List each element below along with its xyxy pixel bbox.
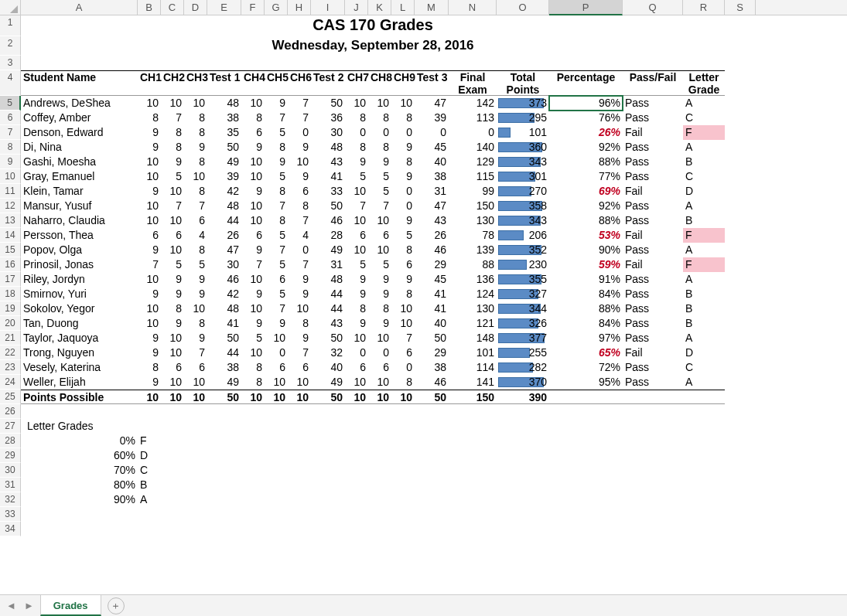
row-header-14[interactable]: 14 [0, 228, 21, 243]
row-header-18[interactable]: 18 [0, 287, 21, 301]
col-header-D[interactable]: D [184, 0, 207, 15]
row-header-9[interactable]: 9 [0, 155, 21, 169]
spreadsheet-grid[interactable]: ABCDEFGHIJKLMNOPQRS 12345678910111213141… [0, 0, 847, 536]
col-header-S[interactable]: S [725, 0, 756, 15]
cell-ch6: 7 [288, 213, 311, 228]
col-header-J[interactable]: J [345, 0, 368, 15]
row-header-19[interactable]: 19 [0, 301, 21, 316]
cell-ch7: 10 [345, 375, 368, 390]
cell-ch9: 8 [391, 243, 415, 257]
col-header-R[interactable]: R [683, 0, 725, 15]
total-points-bar: 358 [497, 199, 549, 213]
letter-grade: A [683, 140, 725, 155]
row-header-16[interactable]: 16 [0, 257, 21, 272]
col-header-Q[interactable]: Q [623, 0, 683, 15]
col-header-F[interactable]: F [241, 0, 265, 15]
col-header-L[interactable]: L [391, 0, 415, 15]
col-header-H[interactable]: H [288, 0, 311, 15]
row-header-33[interactable]: 33 [0, 507, 21, 522]
col-header-A[interactable]: A [21, 0, 138, 15]
cell-t3: 41 [415, 301, 449, 316]
row-header-2[interactable]: 2 [0, 36, 21, 56]
percentage: 69% [549, 184, 623, 199]
row-header-34[interactable]: 34 [0, 522, 21, 536]
col-header-M[interactable]: M [415, 0, 449, 15]
cell-ch5: 8 [265, 213, 288, 228]
row-header-4[interactable]: 4 [0, 70, 21, 96]
col-header-G[interactable]: G [265, 0, 288, 15]
row-header-28[interactable]: 28 [0, 434, 21, 448]
col-header-C[interactable]: C [161, 0, 184, 15]
row-header-22[interactable]: 22 [0, 345, 21, 360]
header-N: FinalExam [449, 71, 497, 95]
row-header-30[interactable]: 30 [0, 463, 21, 478]
row-header-10[interactable]: 10 [0, 169, 21, 184]
cell-ch3: 4 [184, 228, 207, 243]
cell-t2: 36 [311, 111, 345, 125]
col-header-N[interactable]: N [449, 0, 497, 15]
cell-ch1: 9 [138, 345, 161, 360]
cell-ch1: 8 [138, 360, 161, 375]
row-header-20[interactable]: 20 [0, 316, 21, 331]
pass-fail: Fail [623, 228, 683, 243]
cell-ch6: 0 [288, 125, 311, 140]
percentage: 97% [549, 331, 623, 345]
row-header-23[interactable]: 23 [0, 360, 21, 375]
letter-grades-title: Letter Grades [21, 419, 138, 434]
row-header-24[interactable]: 24 [0, 375, 21, 390]
row-header-13[interactable]: 13 [0, 213, 21, 228]
row-header-11[interactable]: 11 [0, 184, 21, 199]
letter-grade: B [683, 155, 725, 169]
cell-ch2: 6 [161, 360, 184, 375]
cell-ch7: 10 [345, 331, 368, 345]
cell-final: 121 [449, 316, 497, 331]
header-L: CH9 [391, 71, 415, 95]
select-all-triangle[interactable] [0, 0, 21, 15]
cell-ch2: 10 [161, 243, 184, 257]
cell-t1: 44 [207, 213, 241, 228]
row-header-17[interactable]: 17 [0, 272, 21, 287]
row-header-8[interactable]: 8 [0, 140, 21, 155]
row-header-15[interactable]: 15 [0, 243, 21, 257]
col-header-O[interactable]: O [497, 0, 549, 15]
cell-final: 0 [449, 125, 497, 140]
cell-t1: 41 [207, 316, 241, 331]
letter-grade: A [683, 331, 725, 345]
cell-ch3: 8 [184, 316, 207, 331]
row-header-26[interactable]: 26 [0, 404, 21, 419]
cell-ch4: 10 [241, 345, 265, 360]
col-header-B[interactable]: B [138, 0, 161, 15]
row-header-29[interactable]: 29 [0, 448, 21, 463]
cell-ch4: 6 [241, 228, 265, 243]
row-header-7[interactable]: 7 [0, 125, 21, 140]
row-header-21[interactable]: 21 [0, 331, 21, 345]
cell-ch5: 6 [265, 272, 288, 287]
row-header-27[interactable]: 27 [0, 419, 21, 434]
row-header-6[interactable]: 6 [0, 111, 21, 125]
letter-grade: F [683, 125, 725, 140]
cell-area[interactable]: CAS 170 GradesWednesday, September 28, 2… [21, 15, 725, 536]
cell-t1: 48 [207, 301, 241, 316]
row-header-12[interactable]: 12 [0, 199, 21, 213]
total-points-bar: 370 [497, 375, 549, 390]
cell-ch9: 0 [391, 125, 415, 140]
col-header-E[interactable]: E [207, 0, 241, 15]
letter-grade-letter: B [138, 478, 161, 492]
row-header-5[interactable]: 5 [0, 96, 21, 111]
cell-final: 130 [449, 213, 497, 228]
table-row: Denson, Edward98835650300000010126%FailF [21, 125, 725, 140]
col-header-P[interactable]: P [549, 0, 623, 15]
row-header-3[interactable]: 3 [0, 56, 21, 70]
row-header-32[interactable]: 32 [0, 492, 21, 507]
col-header-I[interactable]: I [311, 0, 345, 15]
cell-ch5: 10 [265, 375, 288, 390]
cell-ch6: 7 [288, 257, 311, 272]
row-header-1[interactable]: 1 [0, 15, 21, 36]
row-header-25[interactable]: 25 [0, 390, 21, 404]
cell-ch2: 7 [161, 199, 184, 213]
col-header-K[interactable]: K [368, 0, 391, 15]
header-P: Percentage [549, 71, 623, 95]
row-header-31[interactable]: 31 [0, 478, 21, 492]
cell-t2: 50 [311, 199, 345, 213]
cell-ch9: 0 [391, 184, 415, 199]
